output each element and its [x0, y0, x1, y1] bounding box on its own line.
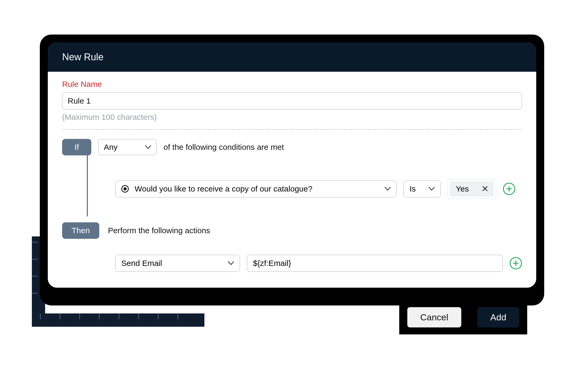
- add-button-frame: Add: [469, 300, 527, 334]
- action-type-select[interactable]: Send Email: [115, 255, 240, 272]
- condition-operator-value: Is: [410, 184, 416, 193]
- radio-icon: [121, 185, 129, 193]
- chevron-down-icon: [228, 261, 234, 265]
- flow-connector: [87, 155, 88, 216]
- if-row: If Any of the following conditions are m…: [62, 139, 522, 155]
- match-mode-value: Any: [104, 143, 118, 152]
- rule-name-label: Rule Name: [62, 80, 522, 89]
- condition-operator-select[interactable]: Is: [404, 180, 441, 197]
- add-button[interactable]: Add: [477, 307, 520, 328]
- rule-name-helper: (Maximum 100 characters): [62, 113, 522, 122]
- if-suffix-text: of the following conditions are met: [164, 143, 284, 152]
- if-pill: If: [62, 139, 91, 155]
- rule-name-input[interactable]: [62, 92, 522, 109]
- then-pill: Then: [62, 222, 99, 239]
- cancel-button-frame: Cancel: [399, 300, 469, 334]
- match-mode-select[interactable]: Any: [98, 139, 157, 155]
- dialog-title: New Rule: [48, 42, 536, 72]
- add-action-button[interactable]: [510, 257, 522, 269]
- condition-row: Would you like to receive a copy of our …: [115, 179, 522, 198]
- condition-field-select[interactable]: Would you like to receive a copy of our …: [115, 180, 397, 197]
- action-row: Send Email: [115, 255, 522, 272]
- then-label: Perform the following actions: [108, 226, 210, 235]
- add-condition-button[interactable]: [503, 183, 515, 195]
- condition-field-value: Would you like to receive a copy of our …: [135, 184, 312, 193]
- condition-value-chip[interactable]: Yes: [450, 181, 494, 197]
- remove-chip-icon[interactable]: [482, 185, 488, 193]
- horizontal-ruler: [35, 313, 204, 327]
- chevron-down-icon: [429, 187, 435, 191]
- new-rule-dialog: New Rule Rule Name (Maximum 100 characte…: [48, 42, 536, 288]
- cancel-button[interactable]: Cancel: [407, 307, 461, 328]
- condition-value-text: Yes: [456, 184, 469, 193]
- then-row: Then Perform the following actions: [62, 222, 522, 239]
- action-type-value: Send Email: [121, 259, 162, 268]
- divider: [62, 129, 522, 130]
- action-value-input[interactable]: [247, 255, 503, 272]
- chevron-down-icon: [145, 145, 151, 149]
- chevron-down-icon: [385, 187, 390, 191]
